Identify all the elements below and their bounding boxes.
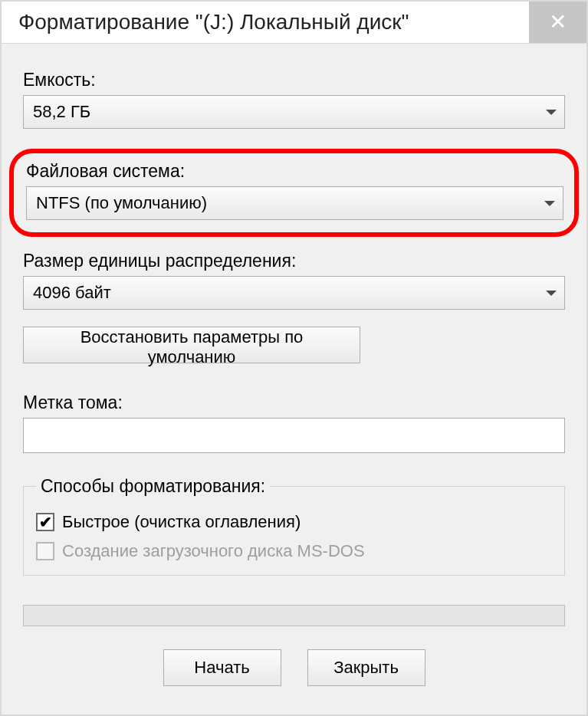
msdos-boot-checkbox [36,542,54,560]
allocation-label: Размер единицы распределения: [23,251,565,271]
capacity-dropdown[interactable]: 58,2 ГБ [23,95,565,129]
quick-format-checkbox[interactable]: ✔ [36,513,54,531]
volume-label-caption: Метка тома: [23,392,565,413]
window-title: Форматирование "(J:) Локальный диск" [18,10,409,34]
chevron-down-icon [546,291,557,296]
msdos-boot-row: Создание загрузочного диска MS-DOS [36,541,552,561]
chevron-down-icon [544,201,555,206]
quick-format-label: Быстрое (очистка оглавления) [62,512,301,532]
format-dialog: Форматирование "(J:) Локальный диск" ✕ Е… [0,0,588,716]
capacity-label: Емкость: [23,70,565,90]
volume-label-input[interactable] [23,418,565,453]
quick-format-row[interactable]: ✔ Быстрое (очистка оглавления) [36,512,552,532]
close-icon: ✕ [549,11,567,33]
dialog-buttons: Начать Закрыть [23,649,565,686]
progress-bar [23,605,565,626]
chevron-down-icon [546,110,557,115]
msdos-boot-label: Создание загрузочного диска MS-DOS [62,541,365,561]
filesystem-dropdown[interactable]: NTFS (по умолчанию) [26,186,563,220]
close-window-button[interactable]: ✕ [529,2,586,43]
allocation-value: 4096 байт [33,283,111,303]
filesystem-label: Файловая система: [26,161,565,182]
dialog-content: Емкость: 58,2 ГБ Файловая система: NTFS … [2,44,586,714]
start-button[interactable]: Начать [163,649,281,686]
format-options-legend: Способы форматирования: [36,476,270,497]
restore-defaults-button[interactable]: Восстановить параметры по умолчанию [23,327,360,363]
filesystem-highlight: Файловая система: NTFS (по умолчанию) [9,149,579,237]
filesystem-value: NTFS (по умолчанию) [36,193,207,213]
check-icon: ✔ [39,514,52,530]
titlebar: Форматирование "(J:) Локальный диск" ✕ [2,2,586,44]
format-options-group: Способы форматирования: ✔ Быстрое (очист… [23,476,565,576]
close-button[interactable]: Закрыть [307,649,425,686]
capacity-value: 58,2 ГБ [33,102,90,122]
allocation-dropdown[interactable]: 4096 байт [23,276,565,310]
